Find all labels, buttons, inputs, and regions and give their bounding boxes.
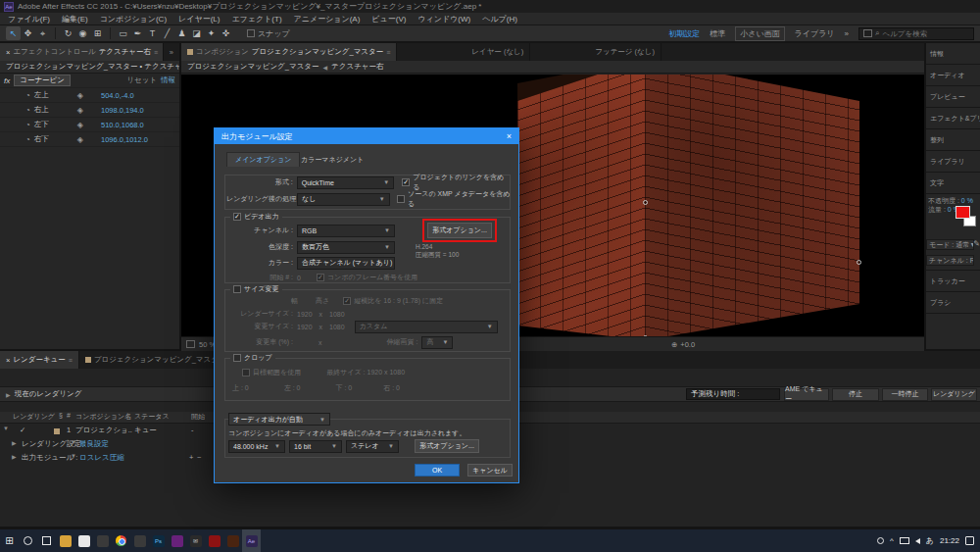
menu-file[interactable]: ファイル(F)	[8, 14, 50, 25]
workspace-small-screen[interactable]: 小さい画面	[735, 26, 784, 41]
stopwatch-icon[interactable]: ◔	[25, 106, 30, 115]
eraser-tool-icon[interactable]: ◪	[189, 26, 204, 40]
video-output-checkbox[interactable]	[233, 213, 241, 221]
panel-preview[interactable]: プレビュー	[926, 86, 980, 108]
point-value[interactable]: 1098.0,194.0	[101, 106, 144, 115]
panel-info[interactable]: 情報	[926, 43, 980, 65]
menu-view[interactable]: ビュー(V)	[371, 14, 406, 25]
type-tool-icon[interactable]: T	[145, 26, 160, 40]
start-button-icon[interactable]: ⊞	[0, 529, 19, 552]
adobe-red-app-icon[interactable]	[205, 529, 223, 552]
exposure-icon[interactable]: ⊕	[671, 340, 677, 349]
pause-button[interactable]: 一時停止	[882, 388, 928, 401]
search-input[interactable]	[882, 29, 966, 38]
render-item-checkbox[interactable]: ✓	[20, 426, 25, 434]
dropdown-icon[interactable]: ▼	[71, 453, 76, 459]
paint-mode-dropdown[interactable]: モード : 通常▼	[926, 239, 974, 250]
panel-align[interactable]: 整列	[926, 129, 980, 151]
effect-reset-button[interactable]: リセット	[126, 75, 157, 85]
menu-edit[interactable]: 編集(E)	[62, 14, 88, 25]
pen-tool-icon[interactable]: ✒	[130, 26, 145, 40]
queue-in-ame-button[interactable]: AME でキュー	[784, 388, 829, 401]
chrome-icon[interactable]	[112, 529, 130, 552]
task-view-icon[interactable]	[37, 529, 56, 552]
breadcrumb-comp[interactable]: プロジェクションマッピング_マスター	[187, 62, 318, 72]
format-options-button[interactable]: 形式オプション...	[427, 223, 492, 238]
panel-tracker[interactable]: トラッカー	[926, 271, 980, 292]
resize-checkbox[interactable]	[233, 285, 241, 293]
render-settings-link[interactable]: 最良設定	[79, 439, 109, 449]
corner-pin-handle[interactable]	[857, 260, 861, 265]
point-value[interactable]: 1096.0,1012.0	[101, 135, 148, 144]
include-xmp-checkbox[interactable]	[397, 195, 405, 203]
tab-comp-timeline[interactable]: プロジェクションマッピング_マスター	[79, 351, 232, 369]
panel-menu-icon[interactable]: ≡	[154, 49, 158, 56]
paint-channel-dropdown[interactable]: チャンネル : RGBA▼	[926, 255, 974, 266]
pinned-app-icon[interactable]	[93, 529, 112, 552]
tab-effect-controls[interactable]: × エフェクトコントロール テクスチャー右 ≡	[0, 43, 164, 61]
puppet-pin-tool-icon[interactable]: ✜	[219, 26, 233, 40]
roto-brush-tool-icon[interactable]: ✦	[204, 26, 219, 40]
value-link-icon[interactable]: ◈	[77, 135, 83, 144]
menu-help[interactable]: ヘルプ(H)	[482, 14, 517, 25]
panel-libraries[interactable]: ライブラリ	[926, 151, 980, 173]
tab-composition[interactable]: コンポジション プロジェクションマッピング_マスター ≡	[181, 43, 397, 61]
tab-footage[interactable]: フッテージ (なし)	[589, 43, 662, 61]
disclosure-triangle-icon[interactable]: ▶	[12, 439, 17, 446]
cortana-icon[interactable]	[19, 529, 37, 552]
menu-effect[interactable]: エフェクト(T)	[231, 14, 281, 25]
panel-menu-icon[interactable]: ≡	[69, 357, 73, 364]
hidden-icons-chevron[interactable]: ^	[890, 536, 894, 545]
ok-button[interactable]: OK	[415, 464, 460, 477]
after-effects-taskbar-icon[interactable]: Ae	[242, 529, 261, 552]
network-display-icon[interactable]	[900, 537, 909, 544]
tab-overflow-icon[interactable]: »	[164, 43, 179, 61]
workspace-overflow-icon[interactable]: »	[845, 29, 849, 38]
output-module-link[interactable]: ロスレス圧縮	[79, 453, 124, 463]
stopwatch-icon[interactable]: ◔	[25, 91, 30, 100]
selection-tool-icon[interactable]: ↖	[6, 26, 21, 40]
breadcrumb-layer[interactable]: テクスチャー右	[331, 62, 383, 72]
remove-output-module-icon[interactable]: −	[197, 453, 201, 462]
clock[interactable]: 21:22	[940, 536, 959, 545]
tab-render-queue[interactable]: × レンダーキュー ≡	[0, 351, 79, 369]
audio-auto-dropdown[interactable]: オーディオ出力が自動▼	[228, 413, 330, 426]
cancel-button[interactable]: キャンセル	[467, 464, 513, 477]
panel-character[interactable]: 文字	[926, 173, 980, 194]
disclosure-triangle-icon[interactable]: ▶	[6, 391, 11, 398]
corner-pin-handle[interactable]	[643, 200, 648, 205]
photoshop-icon[interactable]: Ps	[149, 529, 168, 552]
camera-tool-icon[interactable]: ◉	[75, 26, 90, 40]
workspace-libraries[interactable]: ライブラリ	[795, 28, 835, 39]
ime-indicator[interactable]: あ	[926, 535, 934, 546]
mail-app-icon[interactable]: ✉	[186, 529, 205, 552]
disclosure-triangle-icon[interactable]: ▶	[12, 453, 17, 460]
disclosure-triangle-icon[interactable]: ▼	[3, 426, 9, 431]
rotation-tool-icon[interactable]: ↻	[61, 26, 75, 40]
menu-window[interactable]: ウィンドウ(W)	[417, 14, 470, 25]
stopwatch-icon[interactable]: ◔	[25, 135, 30, 144]
stop-button[interactable]: 停止	[832, 388, 879, 401]
menu-layer[interactable]: レイヤー(L)	[178, 14, 220, 25]
panel-brushes[interactable]: ブラシ	[926, 292, 980, 314]
effect-name[interactable]: コーナーピン	[14, 75, 71, 86]
tab-color-management[interactable]: カラーマネジメント	[293, 152, 371, 167]
audio-depth-dropdown[interactable]: 16 bit▼	[289, 440, 342, 453]
snap-checkbox[interactable]	[247, 29, 255, 37]
audio-channels-dropdown[interactable]: ステレオ▼	[346, 440, 399, 453]
panel-menu-icon[interactable]: ≡	[386, 49, 390, 56]
close-icon[interactable]: ×	[6, 48, 10, 57]
exposure-value[interactable]: +0.0	[680, 340, 695, 349]
value-link-icon[interactable]: ◈	[77, 91, 83, 100]
post-render-dropdown[interactable]: なし▼	[297, 193, 390, 206]
pinned-app-icon[interactable]	[130, 529, 149, 552]
volume-icon[interactable]	[915, 538, 920, 544]
always-preview-icon[interactable]	[186, 340, 195, 348]
audio-format-options-button[interactable]: 形式オプション...	[415, 439, 479, 453]
close-icon[interactable]: ×	[6, 356, 10, 365]
clone-stamp-tool-icon[interactable]: ♟	[174, 26, 189, 40]
include-project-link-checkbox[interactable]	[402, 178, 410, 186]
workspace-standard[interactable]: 標準	[710, 28, 725, 39]
menu-animation[interactable]: アニメーション(A)	[294, 14, 361, 25]
effect-about-link[interactable]: 情報	[161, 75, 175, 85]
